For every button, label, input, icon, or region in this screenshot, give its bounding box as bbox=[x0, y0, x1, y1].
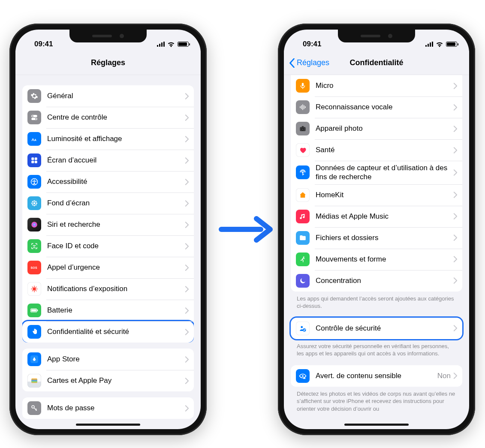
back-label: Réglages bbox=[297, 58, 329, 67]
flower-icon bbox=[27, 196, 41, 210]
row-label: Cartes et Apple Pay bbox=[47, 376, 185, 385]
row-home-screen[interactable]: Écran d’accueil bbox=[22, 150, 194, 171]
row-appstore[interactable]: App Store bbox=[22, 349, 194, 370]
cellular-icon bbox=[425, 42, 433, 47]
chevron-right-icon bbox=[453, 126, 457, 132]
row-label: App Store bbox=[47, 355, 185, 364]
settings-group: App StoreCartes et Apple Pay bbox=[22, 349, 194, 391]
svg-rect-36 bbox=[37, 310, 38, 311]
row-label: Général bbox=[47, 91, 185, 100]
svg-rect-6 bbox=[31, 157, 34, 160]
chevron-right-icon bbox=[453, 325, 457, 331]
svg-point-18 bbox=[35, 201, 36, 202]
row-accessibility[interactable]: Accessibilité bbox=[22, 171, 194, 192]
chevron-right-icon bbox=[453, 83, 457, 89]
appstore-icon bbox=[27, 352, 41, 366]
row-speech[interactable]: Reconnaissance vocale bbox=[291, 96, 462, 118]
row-music[interactable]: Médias et Apple Music bbox=[291, 206, 462, 227]
folder-icon bbox=[296, 231, 310, 245]
row-wallet[interactable]: Cartes et Apple Pay bbox=[22, 370, 194, 391]
row-exposure[interactable]: Notifications d’exposition bbox=[22, 278, 194, 300]
chevron-right-icon bbox=[185, 356, 189, 363]
row-label: Mots de passe bbox=[47, 403, 185, 412]
row-faceid[interactable]: Face ID et code bbox=[22, 235, 194, 257]
chevron-right-icon bbox=[185, 200, 189, 207]
row-research[interactable]: Données de capteur et d’utilisation à de… bbox=[291, 161, 462, 184]
svg-point-11 bbox=[34, 180, 35, 181]
row-sos[interactable]: SOSAppel d’urgence bbox=[22, 257, 194, 278]
navbar: Réglages bbox=[15, 51, 201, 75]
row-label: Médias et Apple Music bbox=[316, 212, 453, 221]
group-footer: Assurez votre sécurité personnelle en vé… bbox=[291, 339, 462, 359]
settings-group: GénéralCentre de contrôleAALuminosité et… bbox=[22, 85, 194, 343]
row-privacy[interactable]: Confidentialité et sécurité bbox=[22, 321, 194, 343]
chevron-right-icon bbox=[185, 157, 189, 164]
sos-icon: SOS bbox=[27, 261, 41, 274]
row-display[interactable]: AALuminosité et affichage bbox=[22, 128, 194, 150]
row-camera[interactable]: Appareil photo bbox=[291, 118, 462, 139]
svg-point-14 bbox=[33, 204, 35, 206]
row-motion[interactable]: Mouvements et forme bbox=[291, 249, 462, 270]
key-icon bbox=[27, 401, 41, 415]
chevron-right-icon bbox=[185, 114, 189, 121]
row-label: Micro bbox=[316, 81, 453, 90]
svg-text:A: A bbox=[31, 137, 34, 142]
svg-point-12 bbox=[33, 202, 36, 204]
row-focus[interactable]: Concentration bbox=[291, 270, 462, 292]
home-indicator bbox=[344, 424, 409, 426]
settings-group: !Avert. de contenu sensibleNon bbox=[291, 365, 462, 387]
row-health[interactable]: Santé bbox=[291, 139, 462, 161]
svg-text:SOS: SOS bbox=[31, 266, 37, 269]
home-icon bbox=[296, 188, 310, 202]
svg-line-30 bbox=[32, 287, 33, 288]
svg-line-32 bbox=[32, 290, 33, 291]
row-wallpaper[interactable]: Fond d’écran bbox=[22, 192, 194, 214]
chevron-right-icon bbox=[185, 243, 189, 250]
row-label: Avert. de contenu sensible bbox=[316, 371, 437, 380]
moon-icon bbox=[296, 274, 310, 288]
battery-icon bbox=[27, 304, 41, 317]
row-sensitive[interactable]: !Avert. de contenu sensibleNon bbox=[291, 365, 462, 387]
chevron-right-icon bbox=[185, 136, 189, 142]
toggles-icon bbox=[27, 111, 41, 124]
row-control-center[interactable]: Centre de contrôle bbox=[22, 107, 194, 128]
row-passwords[interactable]: Mots de passe bbox=[22, 397, 194, 419]
page-title: Confidentialité bbox=[350, 58, 404, 67]
row-safety-check[interactable]: Contrôle de sécurité bbox=[291, 318, 462, 339]
row-general[interactable]: Général bbox=[22, 85, 194, 107]
svg-line-31 bbox=[36, 290, 36, 291]
motion-icon bbox=[296, 253, 310, 266]
row-homekit[interactable]: HomeKit bbox=[291, 184, 462, 206]
settings-group: Mots de passe bbox=[22, 397, 194, 419]
wave-icon bbox=[296, 100, 310, 114]
row-siri[interactable]: Siri et recherche bbox=[22, 214, 194, 235]
row-mic[interactable]: Micro bbox=[291, 75, 462, 96]
svg-rect-35 bbox=[31, 309, 36, 311]
row-battery[interactable]: Batterie bbox=[22, 300, 194, 321]
group-footer: Les apps qui demandent l’accès seront aj… bbox=[291, 292, 462, 312]
back-button[interactable]: Réglages bbox=[289, 51, 329, 75]
arrow-right-icon bbox=[218, 214, 274, 244]
notch bbox=[69, 30, 147, 42]
svg-rect-43 bbox=[302, 83, 304, 86]
svg-rect-8 bbox=[31, 161, 34, 163]
row-label: Confidentialité et sécurité bbox=[47, 327, 185, 336]
svg-line-33 bbox=[36, 287, 36, 288]
camera-icon bbox=[296, 122, 310, 135]
row-label: Notifications d’exposition bbox=[47, 284, 185, 293]
page-title: Réglages bbox=[91, 58, 125, 67]
chevron-right-icon bbox=[185, 265, 189, 271]
faceid-icon bbox=[27, 239, 41, 253]
svg-rect-40 bbox=[31, 381, 37, 382]
svg-point-16 bbox=[36, 202, 37, 204]
svg-point-21 bbox=[31, 222, 37, 228]
grid-icon bbox=[27, 153, 41, 167]
chevron-right-icon bbox=[453, 104, 457, 111]
row-label: Luminosité et affichage bbox=[47, 134, 185, 143]
chevron-right-icon bbox=[453, 256, 457, 262]
row-files[interactable]: Fichiers et dossiers bbox=[291, 227, 462, 249]
svg-text:!: ! bbox=[304, 377, 304, 379]
row-label: Accessibilité bbox=[47, 177, 185, 186]
row-label: Centre de contrôle bbox=[47, 113, 185, 122]
svg-rect-7 bbox=[35, 157, 37, 160]
